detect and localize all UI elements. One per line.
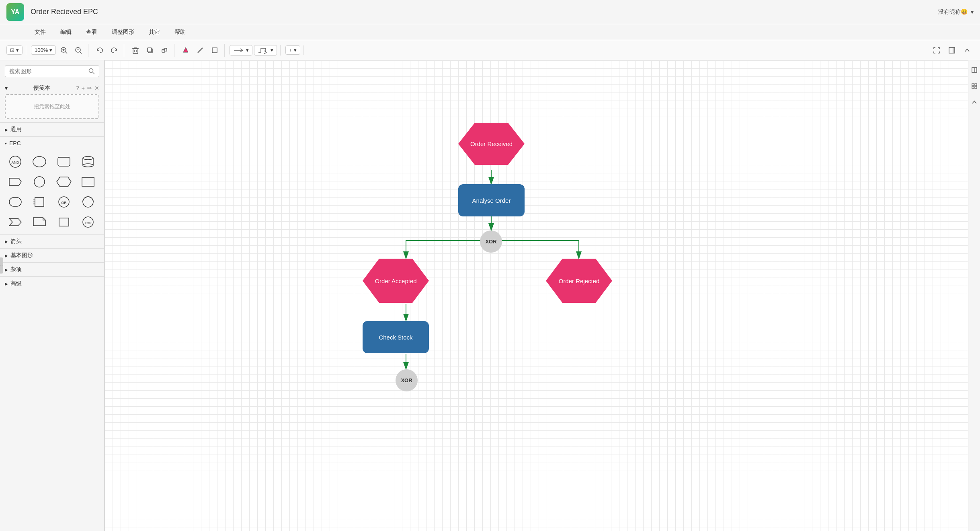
node-check-stock-label: Check Stock <box>379 334 412 341</box>
menu-help[interactable]: 帮助 <box>172 27 188 37</box>
diagram-canvas[interactable]: Order Received Analyse Order XOR Order A… <box>105 60 968 531</box>
username: 没有昵称😀 <box>938 8 968 16</box>
svg-rect-45 <box>59 218 69 226</box>
svg-text:AND: AND <box>11 161 19 165</box>
svg-line-5 <box>80 52 82 54</box>
shape-event[interactable] <box>29 153 50 171</box>
waypoint-select[interactable]: ▾ <box>254 45 277 56</box>
search-input[interactable] <box>9 68 86 74</box>
fill-color-button[interactable] <box>179 44 192 57</box>
arrows-label: 箭头 <box>10 238 22 245</box>
shape-rect-small[interactable] <box>53 213 74 231</box>
node-order-rejected-label: Order Rejected <box>559 278 600 284</box>
shape-folded-rect[interactable] <box>29 213 50 231</box>
node-order-rejected[interactable]: Order Rejected <box>546 259 612 303</box>
shape-cylinder[interactable] <box>78 153 98 171</box>
sidebar-section-misc[interactable]: ▶ 杂项 <box>0 262 104 276</box>
sidebar-section-epc[interactable]: ▾ EPC <box>0 136 104 150</box>
right-panel-btn1[interactable] <box>968 64 980 76</box>
node-analyse-order[interactable]: Analyse Order <box>458 184 525 216</box>
duplicate-button[interactable] <box>144 44 156 57</box>
zoom-chevron: ▾ <box>49 47 52 53</box>
scratchpad-label: 便笺本 <box>33 84 50 92</box>
shape-outline-button[interactable] <box>208 44 221 57</box>
node-xor1[interactable]: XOR <box>480 231 502 253</box>
misc-arrow: ▶ <box>5 268 8 272</box>
shape-circle[interactable] <box>29 173 50 191</box>
shape-half-circle[interactable] <box>78 193 98 211</box>
svg-rect-57 <box>972 86 974 88</box>
right-panel-btn3[interactable] <box>968 96 980 109</box>
node-xor1-label: XOR <box>485 239 496 245</box>
shape-hexagon[interactable] <box>53 173 74 191</box>
sidebar-section-advanced[interactable]: ▶ 高级 <box>0 276 104 290</box>
search-box[interactable] <box>5 65 99 77</box>
sidebar-section-general[interactable]: ▶ 通用 <box>0 122 104 136</box>
handle-dots: ⋮ <box>0 263 4 268</box>
svg-point-25 <box>33 156 46 167</box>
undo-button[interactable] <box>93 44 106 57</box>
delete-button[interactable] <box>129 44 142 57</box>
svg-rect-26 <box>58 157 70 166</box>
svg-rect-34 <box>82 177 94 186</box>
sidebar-resize-handle[interactable]: ⋮ <box>0 257 3 274</box>
toolbar: ⊡ ▾ 100% ▾ <box>0 40 980 60</box>
menu-arrange[interactable]: 调整图形 <box>109 27 137 37</box>
scratchpad-add-icon[interactable]: + <box>82 85 85 91</box>
scratchpad-collapse-icon[interactable]: ▾ <box>5 85 8 91</box>
main-area: ▾ 便笺本 ? + ✏ ✕ 把元素拖至此处 ▶ 通用 ▾ EPC <box>0 60 980 531</box>
right-panel-btn2[interactable] <box>968 80 980 93</box>
shape-arrow[interactable] <box>5 173 26 191</box>
scratchpad-close-icon[interactable]: ✕ <box>94 85 99 91</box>
svg-marker-44 <box>33 218 45 226</box>
zoom-in-button[interactable] <box>57 44 70 57</box>
zoom-label: 100% <box>35 47 48 53</box>
node-check-stock[interactable]: Check Stock <box>363 321 429 353</box>
svg-rect-58 <box>975 86 977 88</box>
panel-toggle-button[interactable] <box>945 44 958 57</box>
shape-rounded-rect[interactable] <box>5 193 26 211</box>
shape-document[interactable] <box>29 193 50 211</box>
collapse-toolbar-button[interactable] <box>961 44 974 57</box>
line-color-button[interactable] <box>194 44 207 57</box>
node-xor2-label: XOR <box>401 377 412 383</box>
node-xor2[interactable]: XOR <box>396 369 418 391</box>
node-order-accepted-label: Order Accepted <box>375 278 416 284</box>
layout-icon: ⊡ <box>10 47 14 53</box>
menu-edit[interactable]: 编辑 <box>58 27 74 37</box>
connector-select[interactable]: ▾ <box>230 45 252 56</box>
shape-rect-plain[interactable] <box>78 173 98 191</box>
scratchpad-header: ▾ 便笺本 ? + ✏ ✕ <box>5 82 99 94</box>
zoom-out-button[interactable] <box>72 44 85 57</box>
zoom-select[interactable]: 100% ▾ <box>31 45 56 55</box>
svg-point-30 <box>83 164 93 167</box>
svg-point-42 <box>83 197 93 207</box>
node-order-received[interactable]: Order Received <box>458 123 525 165</box>
shape-and[interactable]: AND <box>5 153 26 171</box>
node-order-accepted[interactable]: Order Accepted <box>363 259 429 303</box>
misc-label: 杂项 <box>10 266 22 273</box>
layout-select[interactable]: ⊡ ▾ <box>6 45 23 55</box>
user-chevron[interactable]: ▾ <box>971 9 974 15</box>
scratchpad-help-icon[interactable]: ? <box>76 85 79 91</box>
shape-xor[interactable]: XOR <box>78 213 98 231</box>
svg-point-27 <box>83 156 93 160</box>
toolbar-layout-group: ⊡ ▾ <box>6 45 26 55</box>
redo-button[interactable] <box>108 44 121 57</box>
menu-file[interactable]: 文件 <box>32 27 48 37</box>
general-label: 通用 <box>10 126 22 133</box>
shape-chevron-right[interactable] <box>5 213 26 231</box>
scratchpad-edit-icon[interactable]: ✏ <box>87 85 92 91</box>
menu-view[interactable]: 查看 <box>84 27 100 37</box>
scratchpad-icons: ? + ✏ ✕ <box>76 85 99 91</box>
shape-or[interactable]: OR <box>53 193 74 211</box>
menu-other[interactable]: 其它 <box>146 27 162 37</box>
sidebar-section-basic[interactable]: ▶ 基本图形 <box>0 248 104 262</box>
copy-style-button[interactable] <box>158 44 171 57</box>
shape-function[interactable] <box>53 153 74 171</box>
sidebar-section-arrows[interactable]: ▶ 箭头 <box>0 234 104 248</box>
svg-line-1 <box>66 52 67 54</box>
fullscreen-button[interactable] <box>930 44 943 57</box>
add-select[interactable]: + ▾ <box>285 45 300 55</box>
epc-shapes-grid: AND <box>0 150 104 234</box>
